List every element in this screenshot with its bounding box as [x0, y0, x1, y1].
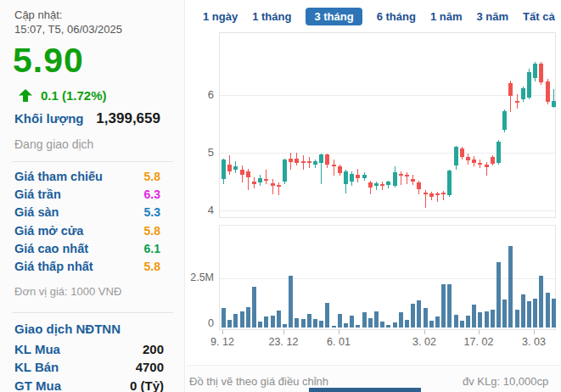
candlestick-pane[interactable] [219, 32, 556, 218]
volume-bar [301, 319, 306, 328]
x-axis-tick [339, 330, 339, 334]
tab-1-ngày[interactable]: 1 ngày [203, 8, 238, 25]
volume-bar [325, 303, 329, 328]
foreign-row: GT Mua0 (Tỷ) [14, 377, 164, 392]
tab-3-tháng[interactable]: 3 tháng [306, 8, 362, 25]
volume-bar [240, 311, 244, 328]
x-axis-label: 23. 12 [269, 336, 299, 348]
stock-quote-widget: Cập nhật: 15:07, T5, 06/03/2025 5.90 0.1… [0, 0, 561, 392]
candle-body [386, 182, 390, 185]
price-change-row: 0.1 (1.72%) [19, 88, 107, 103]
x-axis-tick [424, 330, 425, 334]
volume-bar [393, 322, 397, 328]
foreign-row-value: 4700 [136, 360, 164, 374]
price-change: 0.1 (1.72%) [41, 88, 107, 103]
volume-bar [527, 301, 531, 328]
volume-bar [313, 319, 317, 328]
volume-bar [552, 299, 556, 328]
x-axis-tick [479, 330, 480, 334]
candle-body [405, 175, 409, 176]
candle-body [429, 193, 434, 198]
volume-bar [362, 312, 367, 328]
tab-1-năm[interactable]: 1 năm [430, 8, 463, 25]
foreign-row-label: GT Mua [14, 378, 61, 392]
volume-bar [466, 316, 470, 328]
price-row-value: 6.3 [144, 188, 160, 201]
candle-body [393, 172, 397, 186]
price-row: Giá mở cửa5.8 [14, 221, 160, 239]
quote-sidebar: Cập nhật: 15:07, T5, 06/03/2025 5.90 0.1… [0, 0, 185, 392]
candle-body [485, 165, 489, 167]
tab-1-tháng[interactable]: 1 tháng [252, 8, 291, 25]
adjusted-price-note: Đồ thị vẽ theo giá điều chỉnh [189, 375, 328, 388]
candle-body [527, 72, 531, 98]
price-axis-label-4: 4 [188, 204, 214, 216]
candle-body [454, 147, 458, 165]
price-row-value: 6.1 [144, 242, 160, 255]
candle-body [271, 183, 275, 186]
volume-bar [350, 316, 354, 328]
price-row-value: 5.3 [144, 205, 160, 219]
update-label: Cập nhật: [14, 8, 62, 21]
candle-body [441, 193, 446, 194]
price-row-label: Giá cao nhất [14, 242, 88, 255]
volume-bar [429, 321, 434, 328]
volume-bar [417, 300, 421, 328]
foreign-row: KL Bán4700 [14, 358, 164, 376]
price-row-value: 5.8 [144, 260, 160, 273]
volume-bar [485, 311, 489, 328]
tab-3-năm[interactable]: 3 năm [476, 8, 508, 25]
volume-bar [233, 314, 238, 328]
volume-bar [460, 321, 464, 328]
candle-body [264, 179, 268, 181]
price-gridline [220, 153, 555, 154]
candle-body [380, 184, 384, 187]
volume-bar [246, 307, 250, 328]
candle-body [246, 171, 250, 177]
divider [12, 161, 173, 162]
volume-bar [491, 310, 495, 328]
volume-unit-note: đv KLg: 10,000cp [463, 375, 548, 388]
volume-bar [411, 304, 415, 328]
volume-bar [405, 320, 409, 328]
price-row-value: 5.8 [144, 170, 160, 183]
candle-body [552, 101, 556, 107]
volume-bar [264, 316, 268, 328]
candle-body [411, 179, 415, 182]
volume-gridline [220, 278, 555, 279]
candle-body [515, 101, 519, 103]
volume-bar [227, 320, 232, 328]
volume-axis-label-zero: 0 [182, 317, 214, 329]
candle-body [447, 171, 452, 195]
foreign-trading-table: KL Mua200KL Bán4700GT Mua0 (Tỷ) [14, 340, 164, 392]
volume-bar [435, 316, 440, 328]
candle-body [277, 185, 281, 187]
volume-bar [386, 325, 390, 328]
price-row: Giá cao nhất6.1 [14, 239, 160, 257]
volume-bar [283, 324, 287, 328]
x-axis-tick [222, 330, 223, 334]
candle-body [319, 154, 323, 163]
candle-body [344, 171, 348, 184]
price-row: Giá tham chiếu5.8 [14, 167, 160, 185]
foreign-trading-title: Giao dịch NĐTNN [14, 322, 121, 336]
candle-wick [266, 170, 266, 183]
volume-bar [515, 310, 519, 328]
candle-body [252, 182, 256, 184]
candle-body [258, 178, 262, 182]
foreign-row-label: KL Bán [14, 360, 59, 374]
candle-body [313, 161, 317, 164]
volume-bar [374, 311, 379, 328]
tab-Tất-cả[interactable]: Tất cả [523, 8, 555, 25]
volume-pane[interactable] [219, 225, 556, 330]
divider [12, 312, 173, 313]
volume-axis-label-top: 2.5M [182, 272, 214, 283]
volume-bar [277, 311, 281, 328]
bottom-scroll-thumb[interactable] [309, 388, 421, 392]
candle-body [240, 170, 244, 174]
candle-body [374, 183, 379, 186]
volume-bar [332, 326, 336, 328]
volume-bar [380, 322, 384, 328]
tab-6-tháng[interactable]: 6 tháng [377, 8, 416, 25]
price-row-label: Giá sàn [14, 205, 59, 219]
